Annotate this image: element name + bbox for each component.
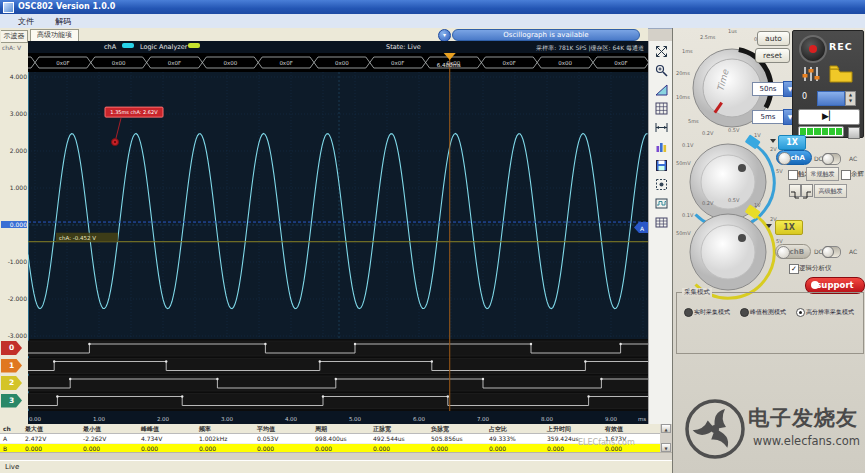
table-cell: 492.544us bbox=[370, 434, 428, 444]
waveform-view-icon[interactable] bbox=[651, 195, 671, 212]
y-axis-unit-label: chA: V bbox=[2, 44, 21, 51]
save-icon[interactable] bbox=[651, 157, 671, 174]
knob-scale-label: 20ms bbox=[676, 70, 690, 76]
svg-text:0x0F: 0x0F bbox=[279, 60, 292, 66]
logic-channel-label-1[interactable]: 1 bbox=[1, 359, 22, 373]
table-cell: -2.262V bbox=[80, 434, 138, 444]
logic-channel-label-0[interactable]: 0 bbox=[1, 341, 22, 355]
knob-scale-label: 0.1V bbox=[682, 142, 693, 148]
window-title: OSC802 Version 1.0.0 bbox=[18, 0, 115, 14]
status-live: Live bbox=[5, 463, 19, 471]
measure-width-icon[interactable] bbox=[651, 119, 671, 136]
tab-oscilloscope[interactable]: 示波器 bbox=[1, 30, 28, 43]
knob-scale-label: 1V bbox=[754, 202, 761, 208]
channel-b-volts-knob[interactable]: 50mV0.1V0.2V0.5V1V2V5V bbox=[676, 200, 788, 300]
svg-text:0x00: 0x00 bbox=[223, 60, 237, 66]
watermark-url: www.elecfans.com bbox=[753, 434, 860, 448]
channel-a-coupling-toggle[interactable] bbox=[822, 153, 841, 165]
timewindow-select[interactable]: 5ms bbox=[752, 110, 784, 124]
watermark-small: ELECfans.com bbox=[578, 438, 635, 447]
channel-b-probe-arrow-icon[interactable] bbox=[766, 224, 772, 228]
scope-toolbar bbox=[648, 41, 673, 424]
scope-display[interactable]: 0x0F0x000x0F0x000x0F0x000x0F0x000x0F0x00… bbox=[28, 53, 648, 424]
logic-analyzer-checkbox[interactable]: ✓ bbox=[789, 264, 799, 274]
channel-a-offset-label: chA: -0.452 V bbox=[59, 235, 96, 241]
record-button[interactable] bbox=[799, 35, 827, 63]
table-cell: 4.734V bbox=[138, 434, 196, 444]
menu-file[interactable]: 文件 bbox=[18, 16, 34, 27]
logic-analyzer-checkbox-label[interactable]: 逻辑分析仪 bbox=[799, 264, 832, 273]
channel-b-enable-toggle[interactable]: chB bbox=[775, 244, 811, 259]
zoom-in-icon[interactable] bbox=[651, 62, 671, 79]
fit-screen-icon[interactable] bbox=[651, 43, 671, 60]
tab-advanced-functions[interactable]: 高级功能项 bbox=[30, 29, 79, 41]
data-table-icon[interactable] bbox=[651, 214, 671, 231]
x-axis-tick: 2.00 bbox=[157, 416, 170, 422]
table-header: 最大值 bbox=[22, 424, 80, 434]
gauge-settings-button[interactable] bbox=[848, 127, 860, 139]
logic-channel-label-2[interactable]: 2 bbox=[1, 376, 22, 390]
counter-label: 0 bbox=[802, 92, 807, 101]
scope-header: chA Logic Analyzer State: Live 采样率: 781K… bbox=[28, 41, 648, 53]
table-cell: 505.856us bbox=[428, 434, 486, 444]
ruler-icon[interactable] bbox=[651, 81, 671, 98]
logic-analyzer-label[interactable]: Logic Analyzer bbox=[140, 43, 187, 51]
auto-button[interactable]: auto bbox=[757, 31, 790, 46]
counter-input[interactable] bbox=[817, 91, 845, 106]
reset-button[interactable]: reset bbox=[755, 48, 790, 63]
grid-icon[interactable] bbox=[651, 100, 671, 117]
falling-edge-button[interactable] bbox=[789, 184, 801, 197]
knob-scale-label: 1us bbox=[728, 28, 737, 34]
svg-text:1.35ms chA: 2.62V: 1.35ms chA: 2.62V bbox=[110, 109, 158, 115]
channel-a-enable-toggle[interactable]: chA bbox=[776, 150, 812, 165]
logic-channel-label-3[interactable]: 3 bbox=[1, 394, 22, 408]
knob-scale-label: 2.5ms bbox=[700, 34, 715, 40]
acq-mode-radio-1[interactable] bbox=[740, 308, 749, 317]
app-icon bbox=[3, 2, 14, 13]
x-axis-tick: 4.00 bbox=[285, 416, 298, 422]
folder-icon[interactable] bbox=[829, 64, 853, 83]
channel-b-probe[interactable]: 1X bbox=[775, 220, 803, 235]
channel-a-ac-label: AC bbox=[849, 155, 857, 162]
record-label: REC bbox=[829, 41, 853, 52]
channel-b-coupling-toggle[interactable] bbox=[822, 246, 841, 258]
table-header: 最小值 bbox=[80, 424, 138, 434]
svg-text:0x00: 0x00 bbox=[112, 60, 126, 66]
acq-mode-label-2[interactable]: 高分辨率采集模式 bbox=[806, 308, 854, 317]
notice-banner[interactable]: Oscillograph is available bbox=[452, 29, 640, 41]
channel-a-probe-arrow-icon[interactable] bbox=[770, 139, 776, 143]
elecfans-logo bbox=[682, 396, 748, 462]
acq-mode-radio-2[interactable] bbox=[796, 308, 805, 317]
histogram-icon[interactable] bbox=[651, 138, 671, 155]
table-header: 周期 bbox=[312, 424, 370, 434]
play-step-button[interactable]: ▶▏ bbox=[798, 109, 860, 125]
normal-trigger-button[interactable]: 常规触发 bbox=[806, 167, 839, 181]
acquisition-mode-title: 采集模式 bbox=[682, 288, 712, 297]
x-axis-tick: 1.00 bbox=[93, 416, 106, 422]
x-axis-tick: 8.00 bbox=[541, 416, 554, 422]
titlebar[interactable]: OSC802 Version 1.0.0 bbox=[0, 0, 865, 14]
mixer-icon[interactable] bbox=[801, 65, 821, 83]
scroll-up-icon[interactable]: ▲ bbox=[661, 424, 671, 433]
table-cell: 0.053V bbox=[254, 434, 312, 444]
timebase-select[interactable]: 50ns bbox=[752, 82, 784, 96]
advanced-trigger-button[interactable]: 高级触发 bbox=[814, 184, 847, 198]
x-axis-tick: 3.00 bbox=[221, 416, 234, 422]
counter-spinner[interactable]: ▲▼ bbox=[845, 91, 856, 106]
table-scrollbar[interactable]: ▲ ▼ bbox=[660, 424, 672, 452]
menubar: 文件 解码 bbox=[0, 14, 865, 29]
menu-decode[interactable]: 解码 bbox=[55, 16, 71, 27]
rising-edge-button[interactable] bbox=[801, 184, 813, 197]
channel-a-probe[interactable]: 1X bbox=[778, 135, 806, 150]
y-axis-tick: 3.000 bbox=[1, 110, 27, 117]
trigger-checkbox[interactable] bbox=[788, 170, 798, 180]
channel-a-label[interactable]: chA bbox=[104, 43, 116, 51]
persistence-checkbox[interactable] bbox=[841, 170, 851, 180]
snapshot-icon[interactable] bbox=[651, 176, 671, 193]
acq-mode-label-0[interactable]: 实时采集模式 bbox=[694, 308, 730, 317]
knob-scale-label: 5V bbox=[776, 168, 783, 174]
persistence-checkbox-label[interactable]: 余辉 bbox=[851, 170, 864, 179]
acq-mode-label-1[interactable]: 峰值检测模式 bbox=[750, 308, 786, 317]
acq-mode-radio-0[interactable] bbox=[684, 308, 693, 317]
scroll-down-icon[interactable]: ▼ bbox=[661, 443, 671, 452]
